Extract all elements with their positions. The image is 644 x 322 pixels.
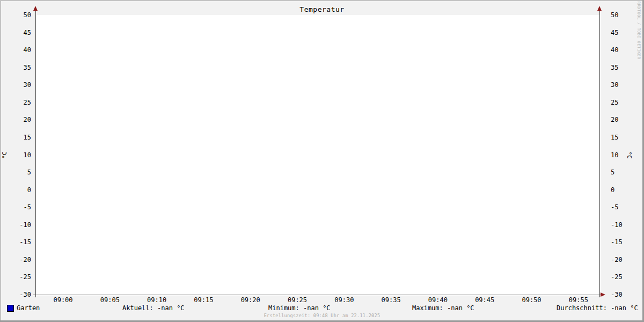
y-axis-left-arrow-icon: [33, 6, 38, 11]
x-tick-label: 09:20: [232, 297, 269, 304]
y-tick-label: -15: [611, 238, 638, 246]
gridline-minor-v: [560, 15, 560, 297]
gridline-minor-v: [222, 15, 223, 297]
x-tick-label: 09:35: [372, 297, 410, 304]
y-tick-label: 45: [611, 29, 638, 36]
gridline-minor-h: [33, 91, 602, 91]
y-tick-label: 20: [9, 116, 31, 123]
gridline-major-v: [485, 15, 485, 297]
y-tick-label: 35: [611, 64, 638, 71]
gridline-minor-h: [33, 201, 602, 202]
rrdtool-temperature-graph: Temperatur 50504545404035353030252520201…: [0, 0, 644, 322]
gridline-major-h: [33, 207, 602, 208]
creation-time-footer: Erstellungszeit: 09:48 Uhr am 22.11.2025: [0, 313, 644, 319]
gridline-minor-v: [363, 15, 363, 297]
gridline-major-h: [33, 172, 602, 173]
gridline-minor-h: [33, 289, 602, 289]
gridline-major-v: [391, 15, 392, 297]
gridline-minor-v: [279, 15, 279, 297]
gridline-minor-h: [33, 219, 602, 219]
image-border-top: [0, 0, 644, 1]
gridline-minor-v: [522, 15, 523, 297]
gridline-minor-h: [33, 166, 602, 167]
y-axis-right-line: [599, 9, 600, 297]
gridline-major-v: [110, 15, 111, 297]
gridline-major-v: [532, 15, 532, 297]
gridline-minor-v: [475, 15, 476, 297]
gridline-major-h: [33, 260, 602, 260]
gridline-minor-v: [175, 15, 176, 297]
gridline-minor-v: [54, 15, 54, 297]
legend-color-swatch: [7, 305, 14, 312]
gridline-minor-v: [513, 15, 514, 297]
gridline-minor-v: [335, 15, 335, 297]
gridline-major-h: [33, 120, 602, 120]
y-tick-label: -30: [9, 291, 31, 298]
y-tick-label: 25: [611, 99, 638, 106]
y-tick-label: 15: [611, 134, 638, 141]
x-tick-label: 09:05: [91, 297, 129, 304]
x-tick-label: 09:00: [45, 297, 82, 304]
gridline-minor-v: [72, 15, 73, 297]
y-tick-label: -25: [611, 273, 638, 281]
gridline-minor-h: [33, 254, 602, 254]
gridline-minor-h: [33, 231, 602, 231]
y-axis-label-right: °C: [625, 145, 633, 165]
gridline-minor-v: [119, 15, 120, 297]
x-tick-label: 09:10: [138, 297, 175, 304]
gridline-minor-h: [33, 114, 602, 115]
gridline-minor-v: [288, 15, 289, 297]
x-tick-label: 09:15: [185, 297, 222, 304]
gridline-minor-h: [33, 56, 602, 56]
x-tick-label: 09:45: [466, 297, 503, 304]
y-tick-label: 40: [611, 46, 638, 54]
y-tick-label: -20: [611, 256, 638, 264]
gridline-minor-v: [410, 15, 411, 297]
y-tick-label: 25: [9, 99, 31, 106]
gridline-minor-v: [91, 15, 92, 297]
y-tick-label: 0: [9, 186, 31, 194]
gridline-minor-h: [33, 160, 602, 161]
y-tick-label: 50: [611, 11, 638, 19]
gridline-major-v: [344, 15, 345, 297]
gridline-minor-v: [100, 15, 101, 297]
gridline-minor-h: [33, 79, 602, 79]
gridline-minor-v: [260, 15, 260, 297]
y-axis-label-left: °C: [1, 145, 9, 165]
gridline-major-h: [33, 50, 602, 50]
gridline-minor-v: [597, 15, 598, 297]
gridline-minor-h: [33, 184, 602, 185]
gridline-major-h: [33, 155, 602, 156]
x-tick-label: 09:30: [325, 297, 363, 304]
legend-stat-maximum: Maximum: -nan °C: [412, 304, 474, 312]
x-tick-label: 09:50: [513, 297, 551, 304]
y-tick-label: 15: [9, 134, 31, 141]
gridline-major-v: [203, 15, 204, 297]
gridline-minor-v: [306, 15, 307, 297]
gridline-minor-h: [33, 272, 602, 272]
gridline-major-h: [33, 277, 602, 277]
y-tick-label: 20: [611, 116, 638, 123]
gridline-major-h: [33, 225, 602, 225]
gridline-major-v: [438, 15, 438, 297]
gridline-minor-v: [588, 15, 588, 297]
gridline-minor-h: [33, 108, 602, 109]
gridline-minor-h: [33, 21, 602, 21]
gridline-minor-v: [185, 15, 185, 297]
y-tick-label: -10: [9, 221, 31, 229]
y-tick-label: 30: [611, 81, 638, 89]
gridline-minor-v: [428, 15, 429, 297]
gridline-minor-h: [33, 143, 602, 144]
gridline-minor-h: [33, 62, 602, 62]
x-tick-label: 09:55: [560, 297, 597, 304]
gridline-minor-v: [129, 15, 129, 297]
gridline-minor-v: [466, 15, 466, 297]
gridline-major-h: [33, 33, 602, 33]
gridline-major-h: [33, 15, 602, 16]
gridline-minor-v: [316, 15, 317, 297]
gridline-minor-h: [33, 27, 602, 27]
rrdtool-watermark: RRDTOOL / TOBI OETIKER: [636, 2, 642, 61]
gridline-minor-v: [194, 15, 195, 297]
gridline-major-v: [579, 15, 579, 297]
legend-stat-durchschnitt: Durchschnitt: -nan °C: [557, 304, 638, 312]
